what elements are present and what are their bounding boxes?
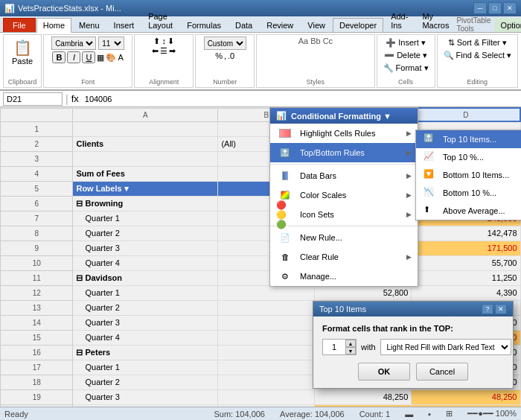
cell-a8[interactable]: Quarter 2 xyxy=(73,226,218,241)
align-right-icon[interactable]: ➡ xyxy=(169,46,176,56)
dialog-controls[interactable]: ? ✕ xyxy=(482,304,507,314)
tab-view[interactable]: View xyxy=(301,18,332,32)
align-center-icon[interactable]: ☰ xyxy=(160,46,167,56)
value-spinner[interactable]: ▲ ▼ xyxy=(322,339,357,355)
increase-decimal-button[interactable]: .0 xyxy=(228,51,234,60)
number-format-select[interactable]: Custom xyxy=(204,36,246,50)
cell-a1[interactable] xyxy=(73,121,218,136)
cell-a12[interactable]: Quarter 1 xyxy=(73,285,218,300)
top-bottom-submenu[interactable]: 🔝 Top 10 Items... 📈 Top 10 %... 🔽 Bottom… xyxy=(415,130,521,220)
cell-a7[interactable]: Quarter 1 xyxy=(73,211,218,226)
spinner-input[interactable] xyxy=(323,340,345,354)
name-box[interactable]: D21 xyxy=(3,92,63,106)
cell-d12[interactable]: 4,390 xyxy=(412,285,520,300)
cf-manage[interactable]: ⚙ Manage... xyxy=(270,267,418,286)
above-average[interactable]: ⬆ Above Average... xyxy=(416,202,521,220)
cell-a9[interactable]: Quarter 3 xyxy=(73,241,218,255)
cell-b18[interactable] xyxy=(218,375,315,389)
title-bar-controls[interactable]: ─ □ ✕ xyxy=(473,2,517,14)
tab-page-layout[interactable]: Page Layout xyxy=(141,9,179,32)
cell-c20[interactable]: 483,558 xyxy=(315,404,412,407)
spinner-up[interactable]: ▲ xyxy=(345,340,356,347)
comma-button[interactable]: , xyxy=(224,51,226,60)
cell-a19[interactable]: Quarter 3 xyxy=(73,389,218,404)
fill-color-button[interactable]: 🎨 xyxy=(106,53,116,63)
percent-button[interactable]: % xyxy=(215,51,223,60)
cell-b14[interactable] xyxy=(218,315,315,330)
cell-b20[interactable] xyxy=(218,404,315,407)
tab-review[interactable]: Review xyxy=(260,18,300,32)
align-bottom-icon[interactable]: ⬇ xyxy=(167,36,174,46)
cell-a2[interactable]: Clients xyxy=(73,136,218,151)
cell-a13[interactable]: Quarter 2 xyxy=(73,300,218,315)
dialog-help-button[interactable]: ? xyxy=(482,304,493,314)
cell-b13[interactable] xyxy=(218,300,315,315)
font-name-select[interactable]: Cambria xyxy=(51,36,96,50)
cell-b19[interactable] xyxy=(218,389,315,404)
sort-filter-button[interactable]: ⇅ Sort & Filter ▾ xyxy=(445,36,510,49)
italic-button[interactable]: I xyxy=(67,51,80,63)
bold-button[interactable]: B xyxy=(52,51,65,63)
tab-options[interactable]: Options xyxy=(494,18,521,32)
cf-clear-rule[interactable]: 🗑 Clear Rule ▶ xyxy=(270,247,418,267)
cell-b12[interactable] xyxy=(218,285,315,300)
tab-developer[interactable]: Developer xyxy=(333,18,383,32)
cf-data-bars[interactable]: Data Bars ▶ xyxy=(270,166,418,185)
maximize-button[interactable]: □ xyxy=(488,2,502,14)
cell-a17[interactable]: Quarter 1 xyxy=(73,360,218,375)
cell-a16[interactable]: ⊟ Peters xyxy=(73,345,218,360)
tab-add-ins[interactable]: Add-Ins xyxy=(384,9,415,32)
delete-button[interactable]: ➖ Delete ▾ xyxy=(381,49,430,62)
top-10-percent[interactable]: 📈 Top 10 %... xyxy=(416,148,521,166)
spinner-down[interactable]: ▼ xyxy=(345,347,356,354)
font-size-select[interactable]: 11 xyxy=(98,36,124,50)
underline-button[interactable]: U xyxy=(82,51,95,63)
cell-b16[interactable] xyxy=(218,345,315,360)
view-layout-icon[interactable]: ▪ xyxy=(428,410,431,419)
dialog-ok-button[interactable]: OK xyxy=(358,363,410,381)
bottom-10-percent[interactable]: 📉 Bottom 10 %... xyxy=(416,184,521,202)
tab-file[interactable]: File xyxy=(3,18,36,32)
zoom-slider[interactable]: ━━●━━ 100% xyxy=(467,409,517,419)
cell-a11[interactable]: ⊟ Davidson xyxy=(73,270,218,285)
align-left-icon[interactable]: ⬅ xyxy=(152,46,159,56)
conditional-formatting-menu[interactable]: 📊 Conditional Formatting ▼ Highlight Cel… xyxy=(269,107,418,287)
cell-d19[interactable]: 48,250 xyxy=(412,389,520,404)
cell-b15[interactable] xyxy=(218,330,315,345)
cell-a10[interactable]: Quarter 4 xyxy=(73,255,218,270)
format-button[interactable]: 🔧 Format ▾ xyxy=(380,62,432,74)
tab-menu[interactable]: Menu xyxy=(72,18,106,32)
cell-d9[interactable]: 171,500 xyxy=(412,241,520,255)
tab-my-macros[interactable]: My Macros xyxy=(415,9,456,32)
cell-a14[interactable]: Quarter 3 xyxy=(73,315,218,330)
cell-a20[interactable]: ⊟ Smith xyxy=(73,404,218,407)
col-header-a[interactable]: A xyxy=(73,108,218,121)
cf-top-bottom[interactable]: 🔝 Top/Bottom Rules ▶ xyxy=(270,143,418,162)
cf-new-rule[interactable]: 📄 New Rule... xyxy=(270,228,418,247)
cell-b17[interactable] xyxy=(218,360,315,375)
cell-a15[interactable]: Quarter 4 xyxy=(73,330,218,345)
tab-insert[interactable]: Insert xyxy=(107,18,141,32)
top-10-items[interactable]: 🔝 Top 10 Items... xyxy=(416,130,521,148)
cell-d20[interactable]: 487,318 xyxy=(412,404,520,407)
cell-d8[interactable]: 142,478 xyxy=(412,226,520,241)
find-select-button[interactable]: 🔍 Find & Select ▾ xyxy=(441,49,514,62)
col-header-d[interactable]: D xyxy=(412,108,520,121)
cell-c19[interactable]: 48,250 xyxy=(315,389,412,404)
tab-home[interactable]: Home xyxy=(36,18,71,33)
font-color-button[interactable]: A xyxy=(118,53,123,62)
insert-button[interactable]: ➕ Insert ▾ xyxy=(383,36,429,49)
formula-input[interactable] xyxy=(82,92,518,106)
borders-button[interactable]: ▦ xyxy=(97,53,104,63)
cf-highlight-cells[interactable]: Highlight Cells Rules ▶ xyxy=(270,124,418,143)
dialog-cancel-button[interactable]: Cancel xyxy=(416,363,468,381)
format-style-select[interactable]: Light Red Fill with Dark Red Text xyxy=(380,339,511,355)
close-button[interactable]: ✕ xyxy=(503,2,517,14)
cell-a6[interactable]: ⊟ Browning xyxy=(73,196,218,211)
cell-a4[interactable]: Sum of Fees xyxy=(73,166,218,181)
minimize-button[interactable]: ─ xyxy=(473,2,487,14)
tab-formulas[interactable]: Formulas xyxy=(180,18,228,32)
cf-icon-sets[interactable]: 🔴🟡🟢 Icon Sets ▶ xyxy=(270,205,418,224)
cell-a18[interactable]: Quarter 2 xyxy=(73,375,218,389)
dialog-close-button[interactable]: ✕ xyxy=(495,304,507,314)
